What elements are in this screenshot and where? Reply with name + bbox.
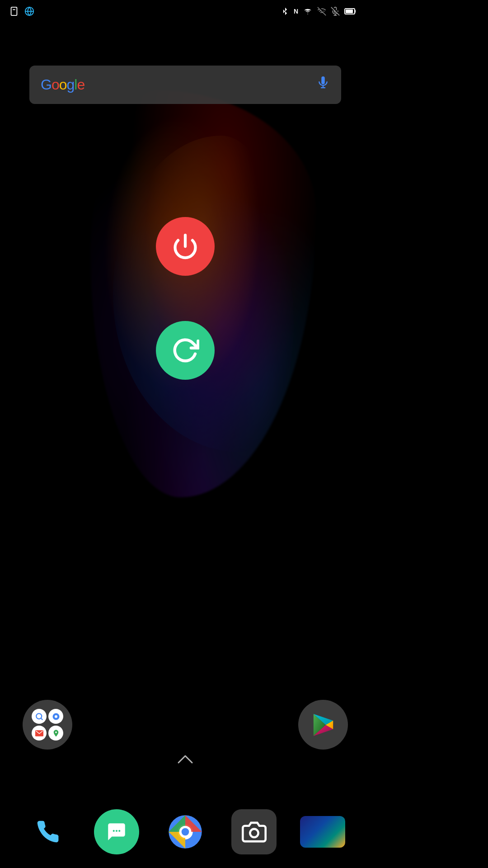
svg-rect-11 [321, 76, 325, 85]
battery-icon [344, 8, 357, 15]
messages-icon [105, 821, 128, 843]
reboot-icon [171, 336, 199, 364]
signal-slash-icon [317, 7, 326, 16]
dock [0, 809, 371, 854]
reboot-option [156, 321, 215, 389]
dock-messages[interactable] [94, 809, 139, 854]
svg-point-20 [113, 830, 115, 832]
google-search-bar[interactable]: Google [29, 66, 341, 104]
svg-point-21 [116, 830, 117, 832]
phone-icon [36, 820, 61, 844]
globe-icon [24, 6, 34, 16]
dock-phone[interactable] [25, 809, 70, 854]
camera-icon [242, 820, 267, 844]
wifi-icon [303, 7, 313, 15]
svg-rect-0 [11, 7, 17, 15]
svg-point-4 [307, 14, 308, 14]
play-triangle-icon [309, 710, 338, 740]
google-search-mini [32, 709, 47, 724]
reboot-button[interactable] [156, 321, 215, 380]
home-app-icons [0, 700, 371, 755]
power-off-option [156, 217, 215, 285]
power-off-button[interactable] [156, 217, 215, 276]
power-off-icon [172, 233, 199, 260]
status-left-icons [9, 6, 34, 16]
gmail-mini [32, 726, 47, 741]
google-logo: Google [41, 76, 84, 93]
status-bar: N [0, 0, 371, 23]
sim-icon [9, 6, 19, 16]
play-store-icon[interactable] [298, 700, 348, 750]
maps-mini [48, 726, 63, 741]
status-right-icons: N [281, 6, 361, 16]
chrome-mini [48, 709, 63, 724]
mute-icon [331, 7, 340, 16]
power-menu [156, 217, 215, 425]
svg-point-27 [182, 828, 189, 836]
svg-point-22 [118, 830, 120, 832]
dock-camera[interactable] [231, 809, 277, 854]
nfc-icon: N [294, 8, 298, 15]
google-folder-grid [32, 709, 63, 741]
svg-point-28 [250, 829, 258, 837]
svg-line-16 [41, 718, 42, 719]
dock-files[interactable] [300, 816, 345, 848]
google-folder-item[interactable] [23, 700, 72, 755]
mic-icon[interactable] [316, 75, 330, 94]
svg-rect-10 [346, 9, 353, 13]
dock-chrome[interactable] [163, 809, 208, 854]
chrome-icon [167, 814, 203, 850]
svg-point-18 [55, 715, 57, 718]
bluetooth-icon [281, 6, 289, 16]
play-store-item[interactable] [298, 700, 348, 755]
google-folder-icon[interactable] [23, 700, 72, 750]
